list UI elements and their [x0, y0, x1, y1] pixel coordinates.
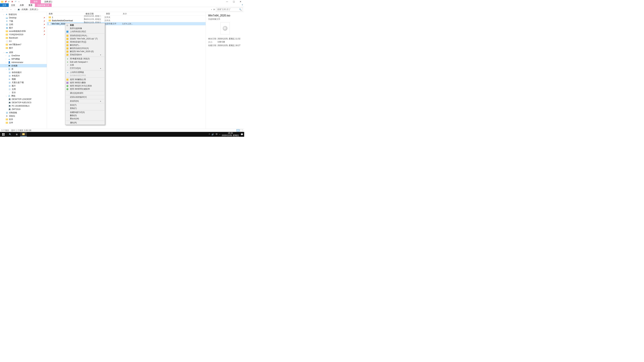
refresh-icon[interactable]: ⟳: [213, 8, 215, 11]
tree-item[interactable]: 💻DESKTOP-LSSOEDP: [0, 97, 47, 101]
addr-seg-pc[interactable]: 此电脑: [21, 8, 28, 11]
tree-item[interactable]: ▢G:\: [0, 39, 47, 43]
tree-item[interactable]: ▦图片📍: [0, 26, 47, 29]
ctx-open-360zip[interactable]: 用360压缩打开(Q): [66, 40, 104, 43]
taskbar-explorer-button[interactable]: [20, 132, 27, 137]
ctx-extract-folder[interactable]: 解压到 Win7x64_2020\ (E): [66, 50, 104, 53]
tree-item[interactable]: 文件: [0, 121, 47, 124]
address-path[interactable]: 💻 › 此电脑 › 文档 (E:) › ▾ ⟳: [18, 8, 215, 11]
title-tab-manage[interactable]: 管理: [30, 0, 41, 3]
ctx-other-compress[interactable]: 其他压缩命令▸: [66, 53, 104, 56]
tree-item[interactable]: ▬Desktop📍: [0, 16, 47, 19]
tree-item[interactable]: ▦保存的图片: [0, 71, 47, 74]
tree-item[interactable]: ▥控制面板: [0, 111, 47, 114]
ctx-delete[interactable]: 删除(D): [66, 114, 104, 117]
search-icon[interactable]: 🔍: [239, 8, 242, 11]
taskbar-clock[interactable]: 16:32 2020/12/25, 星期五: [222, 132, 239, 136]
ctx-360-scan[interactable]: 使用 360进行木马云查杀: [66, 84, 104, 87]
qat-dropdown-icon[interactable]: ▾: [18, 0, 20, 3]
action-center-icon[interactable]: 💬: [241, 133, 243, 136]
ctx-open-with[interactable]: 打开方式(H)▸: [66, 67, 104, 70]
ctx-360-unlock[interactable]: 使用 360解除占用: [66, 78, 104, 81]
ribbon-tab-view[interactable]: 查看: [26, 3, 35, 7]
qat-undo-icon[interactable]: ↶: [14, 0, 17, 3]
tree-item[interactable]: ▦天翼云盘下载: [0, 81, 47, 84]
maximize-button[interactable]: ▢: [232, 0, 236, 3]
ctx-add-zip[interactable]: 添加到 "Win7x64_2020.zip" (T): [66, 37, 104, 40]
ctx-properties[interactable]: 属性(R): [66, 121, 104, 124]
ribbon-tab-share[interactable]: 共享: [18, 3, 26, 7]
qat-check-icon[interactable]: ✔: [8, 0, 10, 3]
help-icon[interactable]: ?: [240, 3, 244, 7]
ctx-qq-send[interactable]: 通过QQ发送到: [66, 91, 104, 95]
tree-item[interactable]: win7重装win7: [0, 43, 47, 46]
tray-volume-icon[interactable]: 🔊: [212, 133, 214, 136]
tree-item[interactable]: ›☁OneDrive: [0, 54, 47, 57]
col-type[interactable]: 类型: [104, 12, 121, 15]
ctx-share[interactable]: ↗共享: [66, 63, 104, 67]
tree-this-pc[interactable]: ›💻此电脑: [0, 64, 47, 67]
col-size[interactable]: 大小: [121, 12, 134, 15]
tree-item[interactable]: excel表格制作求和📍: [0, 29, 47, 33]
addr-dropdown-icon[interactable]: ▾: [211, 9, 212, 10]
qat-close-icon[interactable]: ✖: [11, 0, 14, 3]
tree-desktop[interactable]: ⌄▬桌面: [0, 51, 47, 54]
col-name[interactable]: 名称: [47, 12, 84, 15]
ctx-baidu-upload[interactable]: ☁上传到百度网盘: [66, 71, 104, 74]
tree-item[interactable]: 图片: [0, 46, 47, 50]
ctx-360-delete[interactable]: 使用 360强力删除: [66, 81, 104, 84]
ctx-honey-browser[interactable]: ◆用 蜂蜜浏览器 浏览(3): [66, 57, 104, 60]
tray-chevron-icon[interactable]: ^: [209, 133, 210, 136]
ctx-restore-versions[interactable]: 还原以前的版本(V): [66, 95, 104, 99]
tree-item[interactable]: ▦本机照片: [0, 74, 47, 77]
ctx-cut[interactable]: 剪切(T): [66, 104, 104, 107]
tree-item[interactable]: ▦图片: [0, 84, 47, 87]
nav-up-button[interactable]: ↑: [14, 8, 16, 11]
tree-item[interactable]: 💻ZMT2019: [0, 108, 47, 111]
minimize-button[interactable]: —: [225, 0, 230, 3]
tray-network-icon[interactable]: ▫: [219, 133, 220, 136]
tree-item[interactable]: Bandicam: [0, 36, 47, 39]
view-icons-button[interactable]: [240, 129, 243, 132]
ctx-add-archive[interactable]: 添加到压缩文件(A)...: [66, 34, 104, 37]
qat-pin-icon[interactable]: 📌: [4, 0, 7, 3]
file-row[interactable]: BaiduNetdiskDownload 2020/12/25, 星期五 1..…: [47, 19, 206, 22]
tree-item[interactable]: ▶视频: [0, 77, 47, 81]
taskbar-search-button[interactable]: 🔍: [7, 132, 14, 137]
ctx-send-to[interactable]: 发送到(N)▸: [66, 99, 104, 103]
view-details-button[interactable]: [236, 129, 240, 132]
tree-item[interactable]: ♪音乐: [0, 91, 47, 94]
tree-quick-access[interactable]: ⌄★快速访问: [0, 13, 47, 16]
close-button[interactable]: ✕: [238, 0, 243, 3]
ctx-360-manage[interactable]: 使用 360管理右键菜单: [66, 87, 104, 91]
tree-item[interactable]: 💻DESKTOP-NJEU3CG: [0, 101, 47, 104]
tree-item[interactable]: YUNQISHI2019📍: [0, 33, 47, 36]
tree-item[interactable]: ⬇下载📍: [0, 19, 47, 23]
ctx-copy[interactable]: 复制(C): [66, 107, 104, 110]
ctx-mount[interactable]: 装载: [66, 24, 104, 27]
ctx-create-shortcut[interactable]: 创建快捷方式(S): [66, 111, 104, 114]
tree-item[interactable]: ›☁WPS网盘: [0, 57, 47, 61]
nav-back-button[interactable]: ←: [1, 8, 4, 11]
tray-ime-indicator[interactable]: 中: [216, 133, 218, 136]
tree-network[interactable]: ⌄🖧网络: [0, 94, 47, 97]
ctx-burn[interactable]: 刻录光盘映像: [66, 27, 104, 30]
ctx-notepadpp[interactable]: ◆Edit with Notepad++: [66, 60, 104, 63]
tree-item[interactable]: ▤文档: [0, 87, 47, 91]
ctx-youdao[interactable]: 上传到有道云笔记: [66, 30, 104, 33]
nav-forward-button[interactable]: →: [5, 8, 8, 11]
ribbon-tab-disc-tools[interactable]: 光盘映像工具: [35, 3, 52, 7]
search-input[interactable]: 搜索"文档 (E:)" 🔍: [216, 8, 243, 11]
addr-seg-drive[interactable]: 文档 (E:): [29, 8, 38, 11]
tree-item[interactable]: ›👤Administrator: [0, 61, 47, 64]
nav-recent-dropdown[interactable]: ▾: [10, 8, 12, 11]
file-row[interactable]: 1 2020/12/15, 星期二 1... 文件夹: [47, 16, 206, 19]
task-view-button[interactable]: ⊞: [14, 132, 20, 137]
tree-libraries[interactable]: ⌄▥库: [0, 67, 47, 71]
ribbon-tab-home[interactable]: 主页: [9, 3, 18, 7]
start-button[interactable]: [0, 132, 7, 137]
ctx-extract-here[interactable]: 解压到当前文件夹(X): [66, 47, 104, 50]
tree-item[interactable]: ▤文档📍: [0, 23, 47, 26]
tree-item[interactable]: 🗑回收站: [0, 114, 47, 118]
tree-item[interactable]: 💻PC-20190530OBLA: [0, 104, 47, 108]
